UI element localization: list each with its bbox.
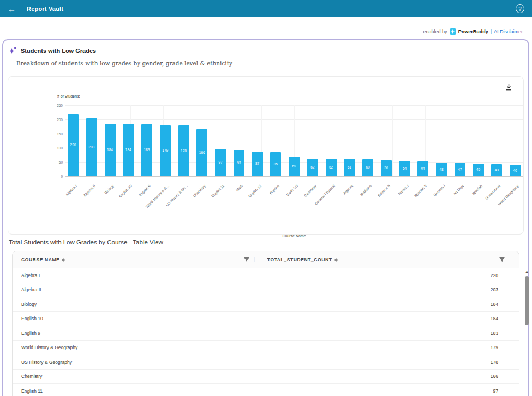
gridline-vertical <box>360 105 360 176</box>
bar: 48 <box>436 163 447 176</box>
bar-value-label: 87 <box>252 161 263 165</box>
bar: 97 <box>215 149 226 176</box>
gridline-vertical <box>229 105 229 176</box>
bar-value-label: 179 <box>160 148 171 152</box>
bar: 45 <box>473 164 484 176</box>
table-row: Algebra I220 <box>13 268 519 283</box>
table-row: World History & Geography179 <box>13 341 519 356</box>
page: ← Report Vault ? enabled by PowerBuddy |… <box>0 0 532 396</box>
bar: 184 <box>123 124 134 176</box>
y-tick-label: 50 <box>46 160 63 164</box>
bar-value-label: 93 <box>234 161 244 165</box>
sort-icon[interactable] <box>334 258 338 262</box>
bar-value-label: 48 <box>436 167 447 171</box>
table-row: Algebra II203 <box>13 283 519 298</box>
sort-icon[interactable] <box>62 258 65 262</box>
bar: 183 <box>141 124 152 176</box>
bar-chart: 050100150200250220Algebra I203Algebra II… <box>65 105 523 176</box>
bar: 178 <box>178 125 189 176</box>
table-row: English 1197 <box>13 384 519 396</box>
powerbuddy-icon <box>450 28 456 35</box>
report-description: Breakdown of students with low grades by… <box>16 60 232 67</box>
bar: 62 <box>326 159 337 176</box>
gridline-vertical <box>98 105 98 176</box>
student-count-cell: 183 <box>465 331 498 336</box>
bar: 93 <box>234 150 244 176</box>
course-name-cell: English 10 <box>21 316 465 321</box>
course-name-cell: Biology <box>21 302 465 307</box>
bar: 220 <box>68 114 79 176</box>
student-count-cell: 166 <box>465 374 498 379</box>
student-count-cell: 184 <box>465 316 498 321</box>
bar-value-label: 40 <box>510 169 521 172</box>
y-tick-label: 100 <box>46 146 63 150</box>
table-row: US History & Geography178 <box>13 355 519 370</box>
bar: 60 <box>362 159 373 176</box>
table-row: Biology184 <box>13 297 519 312</box>
bar: 179 <box>160 125 171 176</box>
bar-value-label: 203 <box>86 145 97 149</box>
course-name-cell: US History & Geography <box>21 359 465 365</box>
course-name-cell: English 9 <box>21 331 465 336</box>
chart-card: # of Students 050100150200250220Algebra … <box>8 76 524 235</box>
y-tick-label: 0 <box>46 175 63 178</box>
y-tick-label: 250 <box>46 104 63 107</box>
bar: 69 <box>289 157 300 176</box>
bar: 51 <box>417 161 428 176</box>
bar-value-label: 47 <box>455 167 465 171</box>
scroll-up-icon[interactable]: ▲ <box>524 269 529 274</box>
bar-value-label: 45 <box>473 167 484 171</box>
student-count-cell: 203 <box>465 287 498 292</box>
bar-value-label: 97 <box>215 160 226 164</box>
table-title: Total Students with Low Grades by Course… <box>9 239 163 245</box>
bar-value-label: 62 <box>307 165 318 169</box>
separator: | <box>491 29 492 34</box>
bar-value-label: 166 <box>196 151 207 154</box>
table-body: Algebra I220Algebra II203Biology184Engli… <box>13 268 519 396</box>
bar: 47 <box>455 163 465 176</box>
page-title: Report Vault <box>27 5 63 12</box>
bar-value-label: 61 <box>344 165 355 169</box>
bar-value-label: 69 <box>289 164 300 168</box>
bar: 54 <box>399 161 410 176</box>
table-scrollbar[interactable]: ▲ <box>524 269 529 395</box>
course-name-cell: World History & Geography <box>21 345 465 350</box>
course-name-cell: English 11 <box>21 388 465 394</box>
help-icon[interactable]: ? <box>516 4 524 13</box>
filter-icon[interactable] <box>244 257 249 262</box>
bar: 62 <box>307 159 318 176</box>
bar-value-label: 220 <box>68 143 79 147</box>
bar-value-label: 184 <box>105 148 116 152</box>
column-header-course-name[interactable]: COURSE NAME <box>21 257 59 262</box>
course-name-cell: Chemistry <box>21 374 465 379</box>
x-axis-line <box>65 176 523 177</box>
scrollbar-thumb[interactable] <box>525 276 529 325</box>
download-icon[interactable] <box>504 82 513 92</box>
ai-disclaimer-link[interactable]: AI Disclaimer <box>494 29 523 34</box>
student-count-cell: 179 <box>465 345 498 350</box>
bar: 61 <box>344 159 355 176</box>
bar-value-label: 85 <box>270 162 281 166</box>
bar-value-label: 60 <box>362 165 373 169</box>
chart-title: # of Students <box>57 94 80 98</box>
table-header-row: COURSE NAME | TOTAL_STUDENT_COUNT <box>13 251 519 268</box>
sparkle-icon <box>9 47 16 55</box>
bar: 40 <box>510 165 521 176</box>
bar-value-label: 51 <box>417 167 428 171</box>
column-separator: | <box>254 257 255 262</box>
app-header: ← Report Vault ? <box>0 0 532 17</box>
bar: 43 <box>491 164 502 176</box>
course-name-cell: Algebra I <box>21 273 465 278</box>
powerbuddy-brand: PowerBuddy <box>458 29 488 34</box>
report-header: Students with Low Grades <box>9 47 96 55</box>
bar-value-label: 62 <box>326 165 337 169</box>
filter-icon[interactable] <box>499 257 505 262</box>
student-count-cell: 178 <box>465 359 498 365</box>
table-row: English 10184 <box>13 312 519 327</box>
course-name-cell: Algebra II <box>21 287 465 292</box>
column-header-student-count[interactable]: TOTAL_STUDENT_COUNT <box>267 257 332 262</box>
y-tick-label: 150 <box>46 132 63 136</box>
back-icon[interactable]: ← <box>8 4 16 14</box>
enabled-by-label: enabled by <box>423 29 447 34</box>
bar-value-label: 183 <box>141 148 152 152</box>
